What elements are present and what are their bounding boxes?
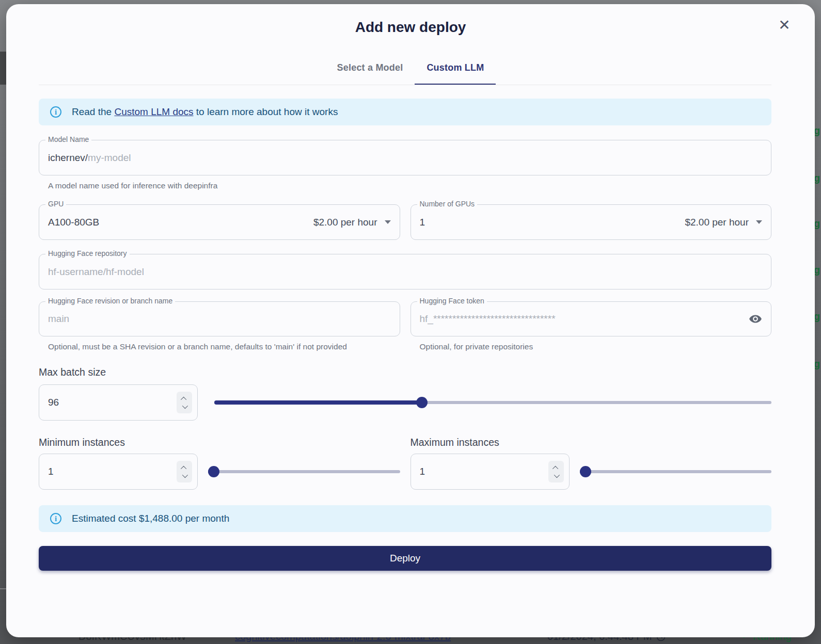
num-gpus-price: $2.00 per hour (685, 217, 749, 228)
hf-token-placeholder: hf_******************************** (420, 313, 556, 325)
max-instances-value: 1 (420, 466, 548, 477)
stepper-up-icon[interactable] (552, 465, 558, 471)
page-title: Add new deploy (6, 18, 815, 37)
stepper-up-icon[interactable] (181, 396, 186, 402)
add-deploy-modal: ✕ Add new deploy Select a Model Custom L… (6, 4, 815, 637)
docs-info-banner: i Read the Custom LLM docs to learn more… (39, 99, 771, 125)
max-batch-size-slider[interactable] (214, 397, 771, 408)
max-instances-label: Maximum instances (410, 436, 772, 448)
hf-revision-field[interactable]: Hugging Face revision or branch name mai… (39, 301, 400, 336)
slider-fill (214, 400, 422, 405)
hf-revision-label: Hugging Face revision or branch name (45, 297, 175, 304)
gpu-price-select[interactable]: $2.00 per hour (313, 217, 391, 228)
tabs-divider (39, 85, 771, 85)
model-name-hint: my-model (88, 152, 131, 164)
max-instances-slider[interactable] (580, 466, 772, 477)
hf-token-field[interactable]: Hugging Face token hf_******************… (410, 301, 772, 336)
model-name-value: ichernev/ (48, 152, 88, 164)
min-instances-label: Minimum instances (39, 436, 400, 448)
max-batch-size-label: Max batch size (39, 366, 771, 378)
slider-thumb[interactable] (580, 466, 591, 477)
chevron-down-icon (385, 220, 391, 224)
gpu-price: $2.00 per hour (313, 217, 377, 228)
stepper-down-icon[interactable] (554, 472, 559, 477)
model-name-helper: A model name used for inference with dee… (48, 181, 771, 190)
hf-revision-placeholder: main (48, 313, 69, 325)
estimated-cost-text: Estimated cost $1,488.00 per month (72, 513, 229, 524)
background-status-fragment: g (814, 267, 821, 276)
info-icon: i (50, 106, 61, 118)
min-instances-slider[interactable] (208, 466, 400, 477)
custom-llm-docs-link[interactable]: Custom LLM docs (114, 106, 193, 117)
stepper-down-icon[interactable] (182, 472, 188, 477)
hf-repo-placeholder: hf-username/hf-model (48, 266, 144, 278)
min-instances-input[interactable]: 1 (39, 454, 198, 490)
background-status-fragment: g (814, 361, 821, 369)
background-status-fragment: g (814, 128, 821, 136)
tab-bar: Select a Model Custom LLM (6, 50, 815, 85)
min-instances-stepper[interactable] (177, 461, 192, 482)
gpu-field[interactable]: GPU A100-80GB $2.00 per hour (39, 204, 400, 240)
slider-thumb[interactable] (416, 397, 428, 408)
num-gpus-field[interactable]: Number of GPUs 1 $2.00 per hour (410, 204, 772, 240)
num-gpus-label: Number of GPUs (417, 200, 478, 207)
background-status-fragment: g (814, 175, 821, 184)
chevron-down-icon (756, 220, 762, 224)
slider-track (580, 470, 772, 473)
min-instances-value: 1 (48, 466, 177, 477)
background-status-fragment: g (814, 314, 821, 322)
deploy-button[interactable]: Deploy (39, 546, 771, 571)
stepper-up-icon[interactable] (181, 465, 186, 471)
max-batch-size-value: 96 (48, 397, 177, 408)
hf-revision-helper: Optional, must be a SHA revision or a br… (48, 342, 400, 351)
stepper-down-icon[interactable] (182, 403, 188, 408)
banner-text-prefix: Read the (72, 106, 114, 117)
background-table-divider (0, 588, 6, 589)
hf-repo-label: Hugging Face repository (45, 250, 130, 257)
tab-select-a-model[interactable]: Select a Model (325, 62, 415, 85)
docs-banner-text: Read the Custom LLM docs to learn more a… (72, 106, 338, 118)
tab-custom-llm[interactable]: Custom LLM (415, 62, 496, 85)
max-instances-stepper[interactable] (548, 461, 564, 482)
hf-repo-field[interactable]: Hugging Face repository hf-username/hf-m… (39, 254, 771, 289)
background-sidebar-fragment (0, 52, 6, 85)
model-name-field[interactable]: Model Name ichernev/my-model (39, 140, 771, 175)
toggle-token-visibility-button[interactable] (749, 312, 762, 326)
hf-token-label: Hugging Face token (417, 297, 487, 304)
slider-track (208, 470, 400, 473)
background-status-fragment: g (814, 221, 821, 229)
hf-token-helper: Optional, for private repositories (420, 342, 772, 351)
eye-icon (749, 312, 762, 326)
gpu-label: GPU (45, 200, 66, 207)
max-instances-input[interactable]: 1 (410, 454, 570, 490)
slider-thumb[interactable] (208, 466, 219, 477)
num-gpus-price-select[interactable]: $2.00 per hour (685, 217, 762, 228)
num-gpus-value: 1 (420, 217, 425, 228)
max-batch-size-stepper[interactable] (177, 392, 192, 413)
estimated-cost-banner: i Estimated cost $1,488.00 per month (39, 505, 771, 532)
model-name-label: Model Name (45, 136, 91, 143)
max-batch-size-input[interactable]: 96 (39, 384, 198, 421)
info-icon: i (50, 513, 61, 524)
close-icon[interactable]: ✕ (776, 17, 793, 34)
gpu-value: A100-80GB (48, 217, 99, 228)
banner-text-suffix: to learn more about how it works (194, 106, 338, 117)
